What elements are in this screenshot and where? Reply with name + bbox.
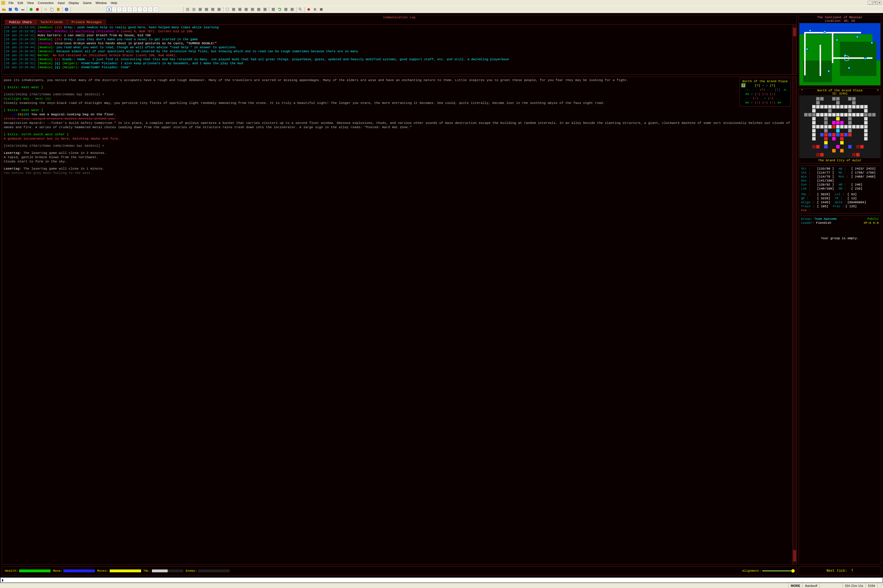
area-map-room[interactable] — [840, 153, 844, 156]
area-map-room[interactable] — [872, 129, 875, 132]
area-map-room[interactable] — [868, 145, 872, 148]
area-map-room[interactable] — [852, 133, 856, 136]
area-map-room[interactable] — [820, 149, 824, 152]
area-map-room[interactable] — [824, 101, 827, 105]
comm-log-body[interactable]: [26 Jan 15:33:54] [Newbie] (23) Dreq:: y… — [2, 24, 796, 75]
area-map-room[interactable] — [816, 141, 820, 144]
area-map-room[interactable] — [820, 121, 824, 124]
area-map-room[interactable] — [836, 109, 839, 112]
area-map-room[interactable] — [840, 105, 844, 108]
area-map-room[interactable] — [864, 113, 868, 117]
area-map-room[interactable] — [868, 141, 872, 144]
plugin-icon[interactable] — [231, 7, 236, 12]
area-map-room[interactable] — [832, 105, 836, 108]
area-map-room[interactable] — [848, 97, 851, 100]
area-map-room[interactable] — [860, 153, 863, 156]
area-map-room[interactable] — [836, 105, 839, 108]
tab-tech-friends[interactable]: Tech/Friends — [36, 20, 67, 24]
area-map-room[interactable] — [812, 105, 815, 108]
area-map-room[interactable] — [848, 101, 851, 105]
world-tab-7[interactable]: 7 — [138, 7, 142, 12]
area-map-room[interactable] — [868, 149, 872, 152]
area-map-room[interactable] — [812, 153, 815, 156]
area-map-room[interactable] — [872, 141, 875, 144]
area-map-room[interactable] — [844, 113, 848, 117]
menu-connection[interactable]: Connection — [36, 1, 56, 5]
area-map-room[interactable] — [848, 121, 851, 124]
area-map-room[interactable] — [840, 149, 844, 152]
cut-icon[interactable] — [43, 7, 48, 12]
area-map-room[interactable] — [872, 97, 875, 100]
area-map-room[interactable] — [856, 145, 860, 148]
area-map-room[interactable] — [832, 153, 836, 156]
area-map-room[interactable] — [824, 153, 827, 156]
area-map-room[interactable] — [832, 97, 836, 100]
tab-private-messages[interactable]: Private Messages — [67, 20, 106, 24]
area-map-room[interactable] — [836, 129, 839, 132]
area-map-room[interactable] — [848, 137, 851, 140]
area-map-room[interactable] — [816, 101, 820, 105]
open-icon[interactable] — [1, 7, 7, 12]
area-map-room[interactable] — [816, 149, 820, 152]
area-map-room[interactable] — [824, 141, 827, 144]
area-map-room[interactable] — [844, 141, 848, 144]
stop-icon[interactable] — [318, 7, 324, 12]
minimize-button[interactable]: _ — [868, 1, 872, 5]
area-map-room[interactable] — [872, 125, 875, 129]
area-map-room[interactable] — [852, 121, 856, 124]
area-map-room[interactable] — [844, 153, 848, 156]
close-button[interactable]: ✕ — [877, 1, 882, 5]
area-map-room[interactable] — [820, 117, 824, 120]
plugin-icon[interactable] — [283, 7, 289, 12]
area-map-room[interactable] — [868, 129, 872, 132]
area-map-room[interactable] — [864, 137, 868, 140]
area-map-room[interactable] — [804, 125, 808, 129]
area-map-room[interactable] — [872, 101, 875, 105]
world-tab-8[interactable]: 8 — [143, 7, 147, 12]
area-map-room[interactable] — [848, 133, 851, 136]
area-map-room[interactable] — [812, 129, 815, 132]
area-map-room[interactable] — [872, 117, 875, 120]
area-map-room[interactable] — [816, 109, 820, 112]
plugin-icon[interactable] — [262, 7, 268, 12]
area-map-room[interactable] — [844, 125, 848, 129]
area-map-room[interactable] — [820, 97, 824, 100]
area-map-room[interactable] — [836, 113, 839, 117]
area-map-room[interactable] — [856, 109, 860, 112]
area-map-room[interactable] — [828, 117, 832, 120]
area-map-room[interactable] — [868, 125, 872, 129]
area-map-room[interactable] — [840, 129, 844, 132]
area-map-room[interactable] — [820, 125, 824, 129]
area-map-room[interactable] — [840, 121, 844, 124]
area-map-room[interactable] — [816, 129, 820, 132]
area-map-room[interactable] — [808, 97, 812, 100]
area-map-room[interactable] — [836, 97, 839, 100]
area-map-room[interactable] — [812, 125, 815, 129]
tab-public-chats[interactable]: Public Chats — [5, 20, 36, 24]
area-map-room[interactable] — [864, 105, 868, 108]
area-map-room[interactable] — [828, 153, 832, 156]
plugin-icon[interactable] — [204, 7, 209, 12]
minimap-help-icon[interactable]: ? — [741, 83, 745, 87]
area-map-room[interactable] — [804, 117, 808, 120]
area-map-room[interactable] — [824, 145, 827, 148]
area-map-room[interactable] — [844, 121, 848, 124]
area-map-room[interactable] — [868, 97, 872, 100]
area-map-room[interactable] — [844, 149, 848, 152]
area-map-room[interactable] — [852, 129, 856, 132]
area-map-room[interactable] — [808, 121, 812, 124]
area-map-room[interactable] — [868, 101, 872, 105]
menu-file[interactable]: File — [7, 1, 15, 5]
area-map-room[interactable] — [872, 137, 875, 140]
save-all-icon[interactable] — [14, 7, 20, 12]
area-map-room[interactable] — [824, 121, 827, 124]
area-map-room[interactable] — [844, 145, 848, 148]
area-map-room[interactable] — [860, 121, 863, 124]
area-map-room[interactable] — [828, 121, 832, 124]
main-scrollbar[interactable] — [793, 77, 796, 564]
menu-window[interactable]: Window — [94, 1, 108, 5]
area-map-room[interactable] — [808, 109, 812, 112]
area-map-room[interactable] — [856, 125, 860, 129]
area-map-room[interactable] — [816, 121, 820, 124]
area-map-room[interactable] — [804, 105, 808, 108]
